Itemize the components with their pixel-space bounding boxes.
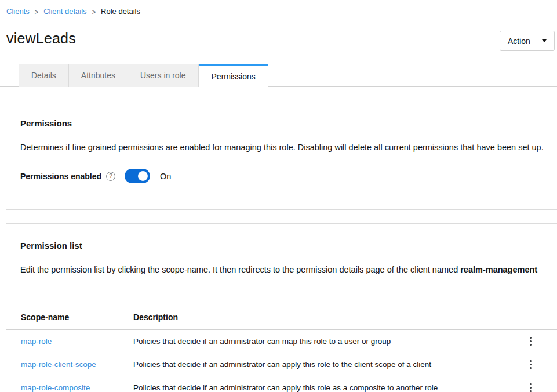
kebab-icon: [530, 383, 532, 386]
permission-list-title: Permission list: [20, 241, 544, 251]
permissions-card-description: Determines if fine grained permissions a…: [20, 141, 544, 154]
tab-details[interactable]: Details: [19, 64, 69, 87]
tab-permissions[interactable]: Permissions: [199, 64, 268, 88]
tab-permissions-label: Permissions: [212, 72, 256, 81]
kebab-icon: [530, 360, 532, 362]
table-row: map-role Policies that decide if an admi…: [6, 330, 557, 353]
kebab-menu-button[interactable]: [525, 335, 537, 349]
scope-link-map-role[interactable]: map-role: [21, 337, 52, 346]
kebab-icon: [530, 387, 532, 389]
tab-bar: Details Attributes Users in role Permiss…: [0, 64, 557, 87]
table-row: map-role-client-scope Policies that deci…: [6, 353, 557, 376]
kebab-icon: [530, 344, 532, 346]
kebab-icon: [530, 340, 532, 343]
column-header-scope-name: Scope-name: [6, 313, 133, 322]
breadcrumb-current-role-details: Role details: [101, 7, 140, 16]
page-title: viewLeads: [6, 30, 76, 47]
kebab-icon: [530, 367, 532, 369]
toggle-knob: [138, 171, 148, 181]
kebab-icon: [530, 364, 532, 366]
tab-attributes[interactable]: Attributes: [69, 64, 128, 87]
row-description: Policies that decide if an administrator…: [133, 383, 504, 392]
tab-details-label: Details: [31, 71, 56, 80]
permissions-card-title: Permissions: [20, 118, 544, 128]
breadcrumb-separator-icon: >: [92, 8, 96, 16]
table-header-row: Scope-name Description: [6, 304, 557, 330]
tab-attributes-label: Attributes: [81, 71, 115, 80]
permission-table: Scope-name Description map-role Policies…: [6, 304, 557, 392]
action-dropdown-button[interactable]: Action: [500, 31, 555, 51]
help-icon[interactable]: ?: [106, 172, 115, 181]
tab-users-in-role-label: Users in role: [140, 71, 186, 80]
permissions-enabled-label: Permissions enabled: [20, 172, 101, 181]
toggle-state-text: On: [160, 172, 171, 181]
breadcrumb-link-clients[interactable]: Clients: [6, 7, 30, 16]
permissions-card: Permissions Determines if fine grained p…: [6, 101, 557, 210]
row-description: Policies that decide if an administrator…: [133, 337, 504, 346]
permissions-enabled-toggle[interactable]: [125, 169, 150, 183]
kebab-menu-button[interactable]: [525, 381, 537, 392]
client-name-text: realm-management: [460, 265, 537, 274]
tab-users-in-role[interactable]: Users in role: [128, 64, 199, 87]
permission-list-description-text: Edit the permission list by clicking the…: [20, 265, 460, 274]
permission-list-description: Edit the permission list by clicking the…: [20, 263, 544, 277]
kebab-icon: [530, 337, 532, 339]
action-dropdown-label: Action: [508, 37, 530, 46]
permissions-enabled-row: Permissions enabled ? On: [20, 169, 544, 183]
breadcrumb-link-client-details[interactable]: Client details: [43, 7, 86, 16]
scope-link-map-role-client-scope[interactable]: map-role-client-scope: [21, 360, 96, 369]
breadcrumb: Clients > Client details > Role details: [6, 7, 140, 16]
scope-link-map-role-composite[interactable]: map-role-composite: [21, 383, 90, 392]
permission-list-card: Permission list Edit the permission list…: [6, 223, 557, 392]
column-header-description: Description: [133, 313, 504, 322]
caret-down-icon: [542, 39, 547, 42]
row-description: Policies that decide if an administrator…: [133, 360, 504, 369]
breadcrumb-separator-icon: >: [35, 8, 38, 16]
kebab-menu-button[interactable]: [525, 358, 537, 372]
table-row: map-role-composite Policies that decide …: [6, 376, 557, 392]
